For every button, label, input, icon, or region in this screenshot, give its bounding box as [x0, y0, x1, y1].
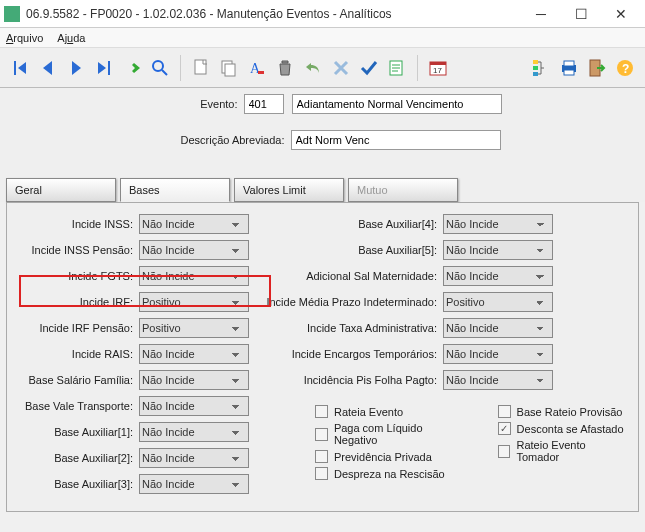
- chk-rateia[interactable]: Rateia Evento: [315, 405, 468, 418]
- confirm-icon[interactable]: [357, 56, 381, 80]
- window-title: 06.9.5582 - FP0020 - 1.02.02.036 - Manut…: [26, 7, 521, 21]
- sel-fgts[interactable]: Não Incide: [139, 266, 249, 286]
- descr-label: Descrição Abreviada:: [45, 134, 291, 146]
- sel-valetr[interactable]: Não Incide: [139, 396, 249, 416]
- calendar-icon[interactable]: 17: [426, 56, 450, 80]
- tree-icon[interactable]: [529, 56, 553, 80]
- close-button[interactable]: ✕: [601, 2, 641, 26]
- svg-rect-14: [564, 61, 574, 66]
- svg-rect-10: [533, 60, 538, 64]
- evento-code-input[interactable]: [244, 94, 284, 114]
- minimize-button[interactable]: ─: [521, 2, 561, 26]
- svg-rect-1: [195, 60, 206, 74]
- lbl-aux4: Base Auxiliar[4]:: [257, 218, 443, 230]
- descr-input[interactable]: [291, 130, 501, 150]
- evento-desc-input[interactable]: [292, 94, 502, 114]
- lbl-aux3: Base Auxiliar[3]:: [15, 478, 139, 490]
- chk-liquido[interactable]: Paga com Líquido Negativo: [315, 422, 468, 446]
- lbl-encargos: Incide Encargos Temporários:: [257, 348, 443, 360]
- sel-pisfolha[interactable]: Não Incide: [443, 370, 553, 390]
- svg-point-0: [153, 61, 163, 71]
- sel-irf[interactable]: Positivo: [139, 292, 249, 312]
- lbl-aux5: Base Auxiliar[5]:: [257, 244, 443, 256]
- search-icon[interactable]: [148, 56, 172, 80]
- sel-aux4[interactable]: Não Incide: [443, 214, 553, 234]
- sel-inss[interactable]: Não Incide: [139, 214, 249, 234]
- svg-rect-12: [533, 72, 538, 76]
- svg-text:?: ?: [622, 62, 629, 76]
- lbl-mediaprazo: Incide Média Prazo Indeterminado:: [257, 296, 443, 308]
- lbl-rais: Incide RAIS:: [15, 348, 139, 360]
- notes-icon[interactable]: [385, 56, 409, 80]
- delete-icon[interactable]: [273, 56, 297, 80]
- sel-aux3[interactable]: Não Incide: [139, 474, 249, 494]
- sel-aux5[interactable]: Não Incide: [443, 240, 553, 260]
- menu-arquivo[interactable]: Arquivo: [6, 32, 43, 44]
- sel-rais[interactable]: Não Incide: [139, 344, 249, 364]
- lbl-inss-pensao: Incide INSS Pensão:: [15, 244, 139, 256]
- menu-ajuda[interactable]: Ajuda: [57, 32, 85, 44]
- print-icon[interactable]: [557, 56, 581, 80]
- lbl-irf-pensao: Incide IRF Pensão:: [15, 322, 139, 334]
- lbl-salfam: Base Salário Família:: [15, 374, 139, 386]
- nav-last-icon[interactable]: [92, 56, 116, 80]
- chk-provprov[interactable]: Base Rateio Provisão: [498, 405, 630, 418]
- chk-tomador[interactable]: Rateio Evento Tomador: [498, 439, 630, 463]
- lbl-pisfolha: Incidência Pis Folha Pagto:: [257, 374, 443, 386]
- nav-prev-icon[interactable]: [36, 56, 60, 80]
- maximize-button[interactable]: ☐: [561, 2, 601, 26]
- lbl-aux2: Base Auxiliar[2]:: [15, 452, 139, 464]
- svg-rect-11: [533, 66, 538, 70]
- tab-bases[interactable]: Bases: [120, 178, 230, 202]
- sel-mediaprazo[interactable]: Positivo: [443, 292, 553, 312]
- lbl-adicmat: Adicional Sal Maternidade:: [257, 270, 443, 282]
- lbl-aux1: Base Auxiliar[1]:: [15, 426, 139, 438]
- tab-geral[interactable]: Geral: [6, 178, 116, 202]
- chk-despreza[interactable]: Despreza na Rescisão: [315, 467, 468, 480]
- svg-rect-8: [430, 62, 446, 65]
- sel-salfam[interactable]: Não Incide: [139, 370, 249, 390]
- app-icon: [4, 6, 20, 22]
- copy-icon[interactable]: [217, 56, 241, 80]
- sel-irf-pensao[interactable]: Positivo: [139, 318, 249, 338]
- tab-valores[interactable]: Valores Limit: [234, 178, 344, 202]
- svg-rect-15: [564, 70, 574, 75]
- sel-encargos[interactable]: Não Incide: [443, 344, 553, 364]
- cancel-icon[interactable]: [329, 56, 353, 80]
- lbl-valetr: Base Vale Transporte:: [15, 400, 139, 412]
- chk-prevpriv[interactable]: Previdência Privada: [315, 450, 468, 463]
- exit-icon[interactable]: [585, 56, 609, 80]
- sel-aux2[interactable]: Não Incide: [139, 448, 249, 468]
- lbl-irf: Incide IRF:: [15, 296, 139, 308]
- sel-taxaadm[interactable]: Não Incide: [443, 318, 553, 338]
- font-icon[interactable]: A: [245, 56, 269, 80]
- svg-rect-5: [258, 71, 264, 74]
- sel-aux1[interactable]: Não Incide: [139, 422, 249, 442]
- sel-adicmat[interactable]: Não Incide: [443, 266, 553, 286]
- help-icon[interactable]: ?: [613, 56, 637, 80]
- goto-icon[interactable]: [120, 56, 144, 80]
- undo-icon[interactable]: [301, 56, 325, 80]
- nav-first-icon[interactable]: [8, 56, 32, 80]
- lbl-inss: Incide INSS:: [15, 218, 139, 230]
- lbl-taxaadm: Incide Taxa Administrativa:: [257, 322, 443, 334]
- svg-text:17: 17: [433, 66, 442, 75]
- evento-label: Evento:: [44, 98, 244, 110]
- chk-desconta[interactable]: ✓Desconta se Afastado: [498, 422, 630, 435]
- svg-rect-3: [225, 64, 235, 76]
- nav-next-icon[interactable]: [64, 56, 88, 80]
- new-icon[interactable]: [189, 56, 213, 80]
- sel-inss-pensao[interactable]: Não Incide: [139, 240, 249, 260]
- tab-mutuo[interactable]: Mutuo: [348, 178, 458, 202]
- lbl-fgts: Incide FGTS:: [15, 270, 139, 282]
